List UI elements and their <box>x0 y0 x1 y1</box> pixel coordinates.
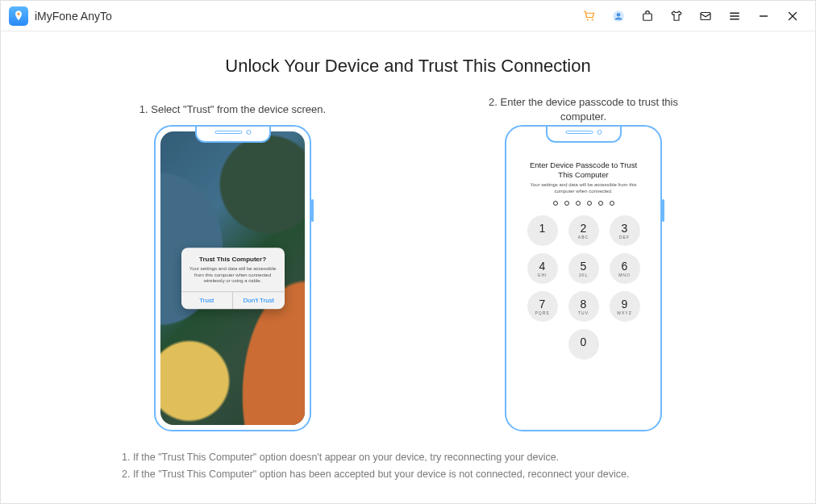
keypad-key-7: 7PQRS <box>527 291 558 322</box>
trust-dialog-title: Trust This Computer? <box>181 248 285 264</box>
app-title: iMyFone AnyTo <box>35 10 112 23</box>
minimize-button[interactable] <box>752 5 775 27</box>
menu-button[interactable] <box>723 5 746 27</box>
keypad-key-number: 9 <box>622 298 628 310</box>
page-heading: Unlock Your Device and Trust This Connec… <box>225 56 590 77</box>
keypad-key-letters: PQRS <box>535 310 549 315</box>
step-1-label: 1. Select "Trust" from the device screen… <box>139 94 326 125</box>
passcode-screen: Enter Device Passcode to Trust This Comp… <box>511 131 656 425</box>
shirt-icon <box>669 9 684 23</box>
svg-point-2 <box>592 19 593 20</box>
keypad-key-letters: GHI <box>538 273 547 277</box>
close-button[interactable] <box>781 5 804 27</box>
svg-point-4 <box>617 12 621 16</box>
bag-icon <box>640 9 655 23</box>
keypad-key-4: 4GHI <box>527 253 558 284</box>
camera-icon <box>597 130 602 135</box>
steps-row: 1. Select "Trust" from the device screen… <box>33 94 783 431</box>
keypad-key-8: 8TUV <box>568 291 599 322</box>
speaker-icon <box>565 131 593 134</box>
phone-side-button <box>311 199 314 222</box>
menu-icon <box>727 9 742 23</box>
keypad-key-number: 5 <box>581 260 587 272</box>
trust-dialog-body: Your settings and data will be accessibl… <box>181 264 285 291</box>
passcode-dot <box>587 201 592 206</box>
mail-icon <box>698 9 713 23</box>
step-2-label: 2. Enter the device passcode to trust th… <box>479 94 689 125</box>
note-1: 1. If the "Trust This Computer" option d… <box>122 449 629 466</box>
keypad-key-letters: MNO <box>618 273 631 277</box>
cart-icon <box>582 9 597 23</box>
minimize-icon <box>756 9 771 23</box>
keypad-key-9: 9WXYZ <box>610 291 640 322</box>
keypad-key-number: 6 <box>622 260 628 272</box>
passcode-subtitle: Your settings and data will be accessibl… <box>522 182 644 195</box>
phone-notch <box>565 130 602 135</box>
svg-point-1 <box>587 19 589 20</box>
phone-mockup-1: Trust This Computer? Your settings and d… <box>154 125 311 431</box>
cart-button[interactable] <box>578 5 601 27</box>
dont-trust-button: Don't Trust <box>232 292 285 309</box>
phone-screen-1: Trust This Computer? Your settings and d… <box>160 131 305 425</box>
keypad-key-number: 1 <box>539 223 546 234</box>
phone-side-button <box>662 199 664 222</box>
passcode-dot <box>553 201 558 206</box>
keypad-key-number: 7 <box>539 298 546 310</box>
camera-icon <box>246 130 251 135</box>
mail-button[interactable] <box>694 5 717 27</box>
step-2: 2. Enter the device passcode to trust th… <box>479 94 689 431</box>
keypad-key-6: 6MNO <box>610 253 640 284</box>
keypad-key-number: 8 <box>581 298 587 310</box>
keypad-key-1: 1 <box>527 215 558 246</box>
user-icon <box>611 9 626 23</box>
passcode-dot <box>564 201 569 206</box>
keypad-key-number: 4 <box>539 260 546 272</box>
passcode-dot <box>598 201 603 206</box>
passcode-title: Enter Device Passcode to Trust This Comp… <box>522 160 644 180</box>
note-2: 2. If the "Trust This Computer" option h… <box>122 466 629 483</box>
app-window: iMyFone AnyTo <box>0 0 816 504</box>
footer-notes: 1. If the "Trust This Computer" option d… <box>33 449 629 484</box>
trust-button: Trust <box>181 292 233 309</box>
svg-point-0 <box>17 12 19 15</box>
keypad: 12ABC3DEF4GHI5JKL6MNO7PQRS8TUV9WXYZ0 <box>527 215 640 360</box>
keypad-key-number: 2 <box>581 223 587 234</box>
keypad-key-number: 3 <box>622 223 628 234</box>
content-area: Unlock Your Device and Trust This Connec… <box>1 31 815 503</box>
keypad-key-3: 3DEF <box>610 215 640 246</box>
passcode-dot <box>576 201 581 206</box>
phone-screen-2: Enter Device Passcode to Trust This Comp… <box>511 131 656 425</box>
passcode-dots <box>553 201 614 206</box>
bag-button[interactable] <box>636 5 659 27</box>
trust-dialog-buttons: Trust Don't Trust <box>181 291 285 309</box>
keypad-key-letters: TUV <box>578 310 589 315</box>
step-1: 1. Select "Trust" from the device screen… <box>128 94 338 431</box>
keypad-key-2: 2ABC <box>568 215 599 246</box>
keypad-key-letters: WXYZ <box>617 310 631 315</box>
titlebar: iMyFone AnyTo <box>1 1 815 31</box>
phone-notch <box>214 130 251 135</box>
keypad-key-letters: DEF <box>619 235 630 240</box>
shirt-button[interactable] <box>665 5 688 27</box>
pin-icon <box>12 10 25 23</box>
speaker-icon <box>214 131 242 134</box>
keypad-key-0: 0 <box>568 329 599 360</box>
close-icon <box>785 9 800 23</box>
user-button[interactable] <box>607 5 630 27</box>
svg-rect-6 <box>701 12 710 19</box>
keypad-key-letters: JKL <box>579 273 589 277</box>
svg-rect-5 <box>643 14 652 20</box>
app-logo <box>9 6 28 26</box>
trust-dialog: Trust This Computer? Your settings and d… <box>181 248 285 309</box>
phone-mockup-2: Enter Device Passcode to Trust This Comp… <box>505 125 662 431</box>
keypad-key-number: 0 <box>581 336 587 348</box>
keypad-key-letters: ABC <box>578 235 589 240</box>
passcode-dot <box>610 201 614 206</box>
keypad-key-5: 5JKL <box>568 253 599 284</box>
